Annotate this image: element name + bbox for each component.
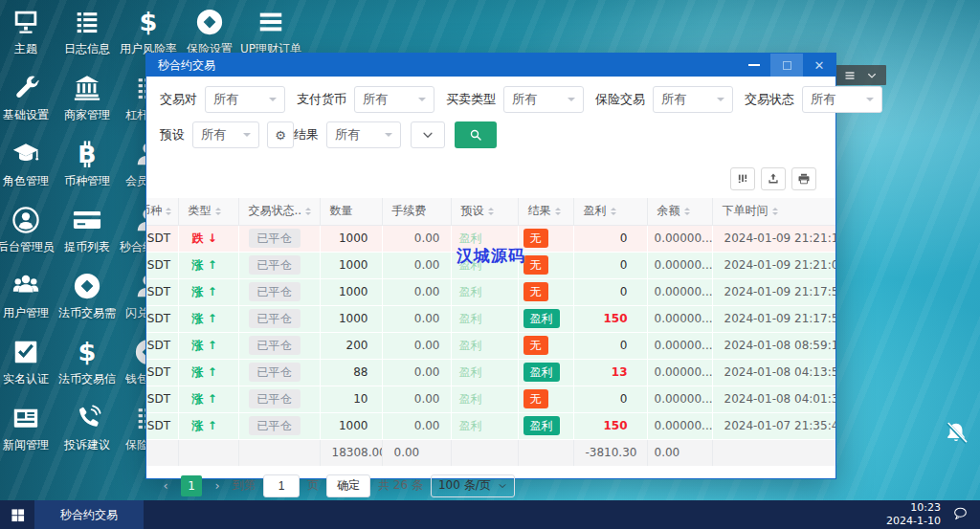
cell-balance: 0.00000... <box>647 332 712 359</box>
sort-desc-icon <box>215 212 221 218</box>
preset-select[interactable]: 所有 <box>192 121 259 148</box>
sort-icon[interactable] <box>611 205 616 218</box>
filter-select-交易对[interactable]: 所有 <box>205 86 285 113</box>
column-header-result[interactable]: 结果 <box>518 198 573 225</box>
desktop-icon-label: 主题 <box>14 41 37 57</box>
cell-status: 已平仓 <box>238 386 320 412</box>
taskbar-clock[interactable]: 10:23 2024-1-10 <box>886 501 941 529</box>
filter-select-支付货币[interactable]: 所有 <box>354 86 434 113</box>
desktop-icon-用户管理[interactable]: 用户管理 <box>0 272 56 338</box>
filter-panel: 交易对所有支付货币所有买卖类型所有保险交易所有交易状态所有 预设 所有 ⚙ 结果… <box>146 77 835 157</box>
cell-profit: 13 <box>573 359 647 386</box>
sort-icon[interactable] <box>555 205 561 218</box>
table-row[interactable]: USDT涨 ↑已平仓10000.00盈利无00.00000...2024-01-… <box>146 278 835 305</box>
column-header-status[interactable]: 交易状态.. <box>238 198 320 225</box>
desktop-icon-日志信息[interactable]: 日志信息 <box>56 8 118 74</box>
desktop-icon-投诉建议[interactable]: 投诉建议 <box>56 404 118 470</box>
desktop-icon-主题[interactable]: 主题 <box>0 8 56 74</box>
result-select[interactable]: 所有 <box>326 121 401 148</box>
cell-coin: USDT <box>146 305 178 332</box>
desktop-icon-商家管理[interactable]: 商家管理 <box>56 74 118 140</box>
column-header-profit[interactable]: 盈利 <box>573 198 647 225</box>
type-up-label: 涨 ↑ <box>192 285 217 298</box>
desktop-icon-label: 基础设置 <box>3 107 49 123</box>
cell-balance: 0.00000... <box>647 359 712 386</box>
table-row[interactable]: USDT涨 ↑已平仓100.00盈利无00.00000...2024-01-08… <box>146 386 835 412</box>
cell-amount: 1000 <box>320 412 382 439</box>
cell-balance: 0.00000... <box>647 386 712 412</box>
cell-type: 涨 ↑ <box>178 305 238 332</box>
chevron-down-icon[interactable] <box>866 70 878 81</box>
maximize-button[interactable] <box>770 54 803 77</box>
print-icon[interactable] <box>791 167 816 190</box>
filter-select-保险交易[interactable]: 所有 <box>653 86 733 113</box>
cell-balance: 0.00000... <box>647 412 712 439</box>
goto-page-input[interactable] <box>263 474 300 497</box>
filter-select-value: 所有 <box>512 91 537 108</box>
status-badge: 已平仓 <box>249 309 301 328</box>
desktop-icon-label: 提币列表 <box>64 239 110 255</box>
start-button[interactable] <box>0 500 34 529</box>
cell-preset: 盈利 <box>451 386 518 412</box>
menu-icon[interactable] <box>844 70 856 81</box>
table-row[interactable]: USDT涨 ↑已平仓10000.00盈利盈利1500.00000...2024-… <box>146 305 835 332</box>
cell-fee: 0.00 <box>382 412 451 439</box>
column-header-label: 余额 <box>657 204 680 217</box>
desktop-icon-提币列表[interactable]: 提币列表 <box>56 206 118 272</box>
table-row[interactable]: USDT涨 ↑已平仓10000.00盈利盈利1500.00000...2024-… <box>146 412 835 439</box>
desktop-icon-label: 法币交易信 <box>58 371 116 387</box>
filter-select-买卖类型[interactable]: 所有 <box>503 86 584 113</box>
export-icon[interactable] <box>761 167 786 190</box>
sort-icon[interactable] <box>684 205 690 218</box>
column-header-preset[interactable]: 预设 <box>451 198 518 225</box>
page-size-select[interactable]: 100 条/页 <box>431 474 515 497</box>
collapse-filters-button[interactable] <box>411 121 445 148</box>
desktop-icon-基础设置[interactable]: 基础设置 <box>0 74 56 140</box>
column-header-bal[interactable]: 余额 <box>647 198 712 225</box>
page-number-button[interactable]: 1 <box>181 475 202 496</box>
desktop-icon-法币交易信[interactable]: 法币交易信 <box>56 338 118 404</box>
sort-desc-icon <box>555 212 561 218</box>
cell-profit: 150 <box>573 412 647 439</box>
chat-bubble-icon[interactable] <box>952 505 969 525</box>
desktop-icon-角色管理[interactable]: 角色管理 <box>0 140 56 206</box>
confirm-page-button[interactable]: 确定 <box>326 474 370 497</box>
sort-icon[interactable] <box>488 205 494 218</box>
desktop-icon-币种管理[interactable]: 币种管理 <box>56 140 118 206</box>
table-row[interactable]: USDT涨 ↑已平仓2000.00盈利无00.00000...2024-01-0… <box>146 332 835 359</box>
columns-icon[interactable] <box>730 167 755 190</box>
minimize-button[interactable] <box>738 54 770 77</box>
cell-coin: USDT <box>146 332 178 359</box>
column-header-type[interactable]: 类型 <box>178 198 238 225</box>
next-page-button[interactable]: › <box>210 478 225 493</box>
filter-label: 买卖类型 <box>446 91 496 108</box>
type-up-label: 涨 ↑ <box>192 258 217 272</box>
summary-cell-fee: 0.00 <box>382 439 451 466</box>
preset-filter-label: 预设 <box>160 126 185 143</box>
gear-icon[interactable]: ⚙ <box>267 121 294 148</box>
desktop-icon-label: 商家管理 <box>64 107 110 123</box>
desktop-icon-实名认证[interactable]: 实名认证 <box>0 338 56 404</box>
sort-icon[interactable] <box>772 205 778 218</box>
cell-result: 无 <box>518 386 573 412</box>
column-header-label: 类型 <box>189 204 212 217</box>
close-button[interactable]: ✕ <box>803 54 835 77</box>
sort-icon[interactable] <box>215 205 221 218</box>
desktop-icon-法币交易需[interactable]: 法币交易需 <box>56 272 118 338</box>
search-button[interactable] <box>455 121 497 148</box>
column-header-coin[interactable]: 币种 <box>146 198 178 225</box>
result-badge: 无 <box>523 229 548 248</box>
bell-muted-icon[interactable] <box>944 421 969 450</box>
filter-select-交易状态[interactable]: 所有 <box>802 86 882 113</box>
table-row[interactable]: USDT涨 ↑已平仓880.00盈利盈利130.00000...2024-01-… <box>146 359 835 386</box>
window-titlebar[interactable]: 秒合约交易 ✕ <box>146 54 835 77</box>
column-header-time[interactable]: 下单时间 <box>712 198 835 225</box>
desktop-icon-新闻管理[interactable]: 新闻管理 <box>0 404 56 470</box>
desktop-icon-后台管理员[interactable]: 后台管理员 <box>0 206 56 272</box>
sort-icon[interactable] <box>166 205 171 218</box>
taskbar-active-task[interactable]: 秒合约交易 <box>34 500 144 529</box>
prev-page-button[interactable]: ‹ <box>158 478 173 493</box>
windows-icon <box>11 508 25 522</box>
cell-profit: 0 <box>573 278 647 305</box>
sort-icon[interactable] <box>305 205 311 218</box>
